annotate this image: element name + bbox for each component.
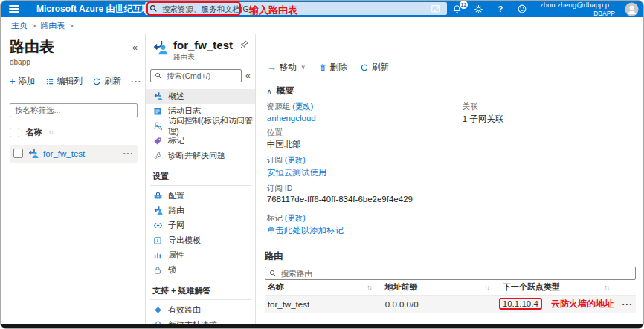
breadcrumb-route-tables[interactable]: 路由表 bbox=[40, 20, 65, 31]
column-header: 下一个跃点类型 bbox=[503, 281, 560, 293]
section-header-support: 支持 + 疑难解答 bbox=[146, 278, 255, 299]
menu-item-effective-routes[interactable]: 有效路由 bbox=[146, 303, 255, 318]
menu-item-label: 诊断并解决问题 bbox=[168, 150, 225, 161]
refresh-icon bbox=[92, 77, 101, 86]
notifications-bell-icon[interactable]: 12 bbox=[451, 3, 463, 15]
pin-icon[interactable] bbox=[239, 39, 249, 49]
menu-item-label: 有效路由 bbox=[168, 304, 201, 316]
tags-value[interactable]: 单击此处以添加标记 bbox=[267, 225, 463, 236]
menu-item-label: 子网 bbox=[168, 220, 184, 231]
essentials-header[interactable]: ∧ 概要 bbox=[256, 79, 643, 100]
activity-log-icon bbox=[152, 106, 163, 117]
account-email: zhou.zheng@dbapp.p... bbox=[540, 1, 615, 9]
overview-content: → 移动 ∨ 删除 刷新 ∧ bbox=[256, 34, 643, 325]
list-header-row: 名称 ↑↓ bbox=[10, 127, 138, 138]
divider bbox=[150, 299, 251, 300]
change-link[interactable]: (更改) bbox=[292, 102, 313, 111]
collapse-panel-icon[interactable]: « bbox=[132, 42, 138, 53]
refresh-button[interactable]: 刷新 bbox=[92, 76, 121, 87]
global-search-input[interactable] bbox=[161, 4, 442, 14]
settings-gear-icon[interactable] bbox=[473, 3, 485, 15]
hamburger-menu-icon[interactable] bbox=[9, 5, 19, 13]
routes-search-input[interactable] bbox=[280, 268, 631, 278]
breadcrumb-separator: > bbox=[32, 22, 36, 30]
filter-input[interactable] bbox=[10, 103, 138, 117]
menu-item-label: 概述 bbox=[168, 91, 184, 102]
menu-item-diagnose[interactable]: 诊断并解决问题 bbox=[146, 149, 255, 163]
sort-arrows-icon[interactable]: ↑↓ bbox=[48, 128, 54, 136]
collapse-menu-icon[interactable]: « bbox=[245, 70, 251, 81]
menu-item-configuration[interactable]: 配置 bbox=[146, 189, 255, 203]
refresh-label: 刷新 bbox=[372, 62, 389, 73]
edit-columns-button[interactable]: 编辑列 bbox=[45, 76, 83, 87]
menu-item-label: 标记 bbox=[168, 135, 184, 146]
menu-item-export-template[interactable]: 导出模板 bbox=[146, 233, 255, 248]
sort-arrows-icon[interactable]: ↑↓ bbox=[367, 284, 372, 291]
subscription-value[interactable]: 安恒云测试使用 bbox=[267, 167, 463, 178]
menu-item-routes[interactable]: 路由 bbox=[146, 203, 255, 218]
menu-item-subnets[interactable]: 子网 bbox=[146, 218, 255, 233]
search-icon bbox=[149, 4, 158, 13]
breadcrumb: 主页 > 路由表 > bbox=[1, 17, 643, 34]
export-template-icon bbox=[152, 235, 163, 246]
sort-arrows-icon[interactable]: ↑↓ bbox=[484, 284, 489, 291]
toolbox-icon bbox=[152, 191, 163, 201]
column-header: 名称 bbox=[268, 281, 284, 293]
subscription-id-label: 订阅 ID bbox=[267, 183, 463, 194]
sort-arrows-icon[interactable]: ↑↓ bbox=[605, 284, 610, 291]
next-hop-cell: 10.1.10.4 云防火墙的地址 bbox=[500, 298, 614, 310]
properties-icon bbox=[152, 250, 163, 261]
refresh-button[interactable]: 刷新 bbox=[360, 62, 389, 73]
tags-label: 标记 bbox=[267, 213, 283, 222]
row-more-icon[interactable]: ··· bbox=[123, 149, 135, 158]
essentials-title: 概要 bbox=[276, 85, 294, 97]
breadcrumb-home[interactable]: 主页 bbox=[11, 20, 28, 31]
more-options-icon[interactable]: ··· bbox=[131, 77, 142, 86]
annotation-label-firewall: 云防火墙的地址 bbox=[551, 299, 614, 309]
resource-group-value[interactable]: anhengcloud bbox=[267, 114, 463, 123]
chevron-down-icon: ∨ bbox=[301, 64, 306, 71]
refresh-label: 刷新 bbox=[104, 76, 121, 87]
move-button[interactable]: → 移动 ∨ bbox=[267, 62, 306, 73]
section-header-settings: 设置 bbox=[146, 163, 255, 185]
account-info[interactable]: zhou.zheng@dbapp.p... DBAPP bbox=[540, 1, 615, 17]
cloud-shell-icon[interactable] bbox=[430, 3, 442, 15]
change-link[interactable]: (更改) bbox=[285, 213, 306, 222]
menu-item-properties[interactable]: 属性 bbox=[146, 248, 255, 263]
add-button[interactable]: + 添加 bbox=[10, 76, 36, 87]
notification-badge: 12 bbox=[460, 1, 468, 9]
chevron-up-icon: ∧ bbox=[267, 88, 272, 95]
row-checkbox[interactable] bbox=[13, 149, 23, 158]
route-row[interactable]: for_fw_test 0.0.0.0/0 10.1.10.4 云防火墙的地址 … bbox=[265, 296, 636, 313]
avatar[interactable] bbox=[625, 2, 639, 16]
overview-toolbar: → 移动 ∨ 删除 刷新 bbox=[256, 62, 643, 79]
change-link[interactable]: (更改) bbox=[285, 155, 306, 164]
route-tables-list-panel: 路由表 « dbapp + 添加 编辑列 bbox=[1, 34, 146, 325]
resource-type: 路由表 bbox=[173, 53, 234, 62]
access-control-icon bbox=[152, 121, 163, 131]
delete-button[interactable]: 删除 bbox=[318, 62, 347, 73]
route-name-cell: for_fw_test bbox=[265, 300, 382, 309]
trash-icon bbox=[318, 63, 327, 72]
edit-columns-label: 编辑列 bbox=[57, 76, 83, 87]
feedback-smiley-icon[interactable] bbox=[516, 3, 528, 15]
effective-routes-icon bbox=[152, 305, 163, 316]
global-search[interactable] bbox=[145, 2, 447, 15]
resource-menu: 概述 活动日志 访问控制(标识和访问管理) bbox=[146, 89, 255, 329]
help-icon[interactable]: ? bbox=[495, 3, 506, 15]
menu-item-overview[interactable]: 概述 bbox=[146, 89, 255, 104]
menu-item-access-control[interactable]: 访问控制(标识和访问管理) bbox=[146, 119, 255, 134]
resource-menu-panel: for_fw_test 路由表 « bbox=[146, 34, 256, 325]
row-more-icon[interactable]: ··· bbox=[614, 300, 636, 309]
location-field: 位置 中国北部 bbox=[267, 128, 463, 151]
resource-title: for_fw_test bbox=[173, 39, 234, 52]
directory-name: dbapp bbox=[10, 58, 138, 66]
list-panel-title: 路由表 bbox=[10, 37, 54, 57]
table-row[interactable]: for_fw_test ··· bbox=[10, 145, 138, 163]
overview-icon bbox=[152, 91, 163, 102]
route-table-link[interactable]: for_fw_test bbox=[43, 149, 119, 158]
resource-search-input[interactable] bbox=[165, 71, 237, 81]
select-all-checkbox[interactable] bbox=[10, 128, 19, 137]
menu-item-locks[interactable]: 锁 bbox=[146, 263, 255, 278]
lock-icon bbox=[152, 265, 163, 276]
